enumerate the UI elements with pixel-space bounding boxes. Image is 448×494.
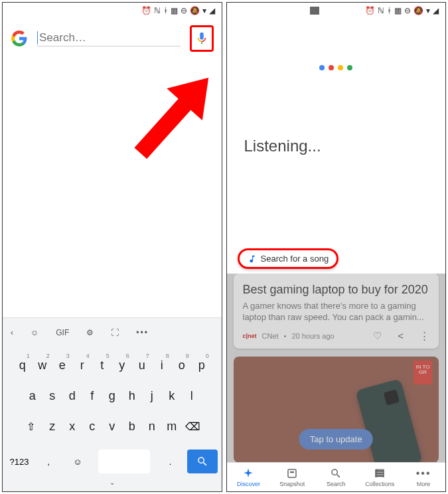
space-key[interactable]: [98, 450, 150, 473]
key-g[interactable]: g: [102, 382, 122, 410]
key-a[interactable]: a: [23, 382, 42, 410]
heart-icon[interactable]: ♡: [373, 330, 382, 342]
key-c[interactable]: c: [82, 412, 102, 440]
gif-button[interactable]: GIF: [56, 328, 69, 337]
snapshot-icon: [286, 467, 298, 479]
dnd-icon: ⊖: [181, 6, 187, 15]
key-r[interactable]: r4: [72, 351, 92, 379]
tap-to-update-pill[interactable]: Tap to update: [299, 429, 373, 450]
key-j[interactable]: j: [142, 382, 162, 410]
alarm-icon: ⏰: [365, 6, 375, 15]
sticker-icon[interactable]: ☺: [31, 328, 38, 337]
key-i[interactable]: i8: [152, 351, 172, 379]
backspace-key[interactable]: ⌫: [182, 412, 204, 440]
search-key[interactable]: [187, 450, 218, 473]
search-icon: [196, 455, 208, 467]
key-p[interactable]: p0: [192, 351, 212, 379]
nav-label: Snapshot: [279, 481, 305, 487]
wifi-icon: ▾: [202, 6, 206, 15]
wifi-icon: ▾: [426, 6, 430, 15]
music-note-icon: [248, 254, 257, 264]
share-icon[interactable]: <: [398, 330, 404, 342]
svg-marker-0: [123, 62, 222, 169]
feed-card[interactable]: Best gaming laptop to buy for 2020 A gam…: [234, 274, 439, 349]
more-icon[interactable]: •••: [136, 328, 149, 337]
more-vert-icon[interactable]: ⋮: [419, 330, 429, 342]
search-for-song-chip[interactable]: Search for a song: [238, 248, 339, 269]
card-source: CNet: [262, 332, 279, 340]
card-time: 20 hours ago: [291, 332, 334, 340]
period-key[interactable]: .: [158, 450, 183, 473]
key-s[interactable]: s: [42, 382, 62, 410]
spark-icon: [242, 467, 254, 479]
mute-icon: 🔕: [413, 6, 423, 15]
nav-more[interactable]: ••• More: [402, 463, 445, 491]
numeric-key[interactable]: ?123: [7, 450, 32, 473]
comma-key[interactable]: ,: [36, 450, 61, 473]
key-o[interactable]: o9: [172, 351, 192, 379]
screenshot-notification-icon: [310, 7, 319, 15]
onscreen-keyboard: ‹ ☺ GIF ⚙ ⛶ ••• q1w2e3r4t5y6u7i8o9p0asdf…: [3, 317, 222, 491]
signal-icon: ◢: [209, 6, 215, 15]
key-u[interactable]: u7: [132, 351, 152, 379]
more-dots-icon: •••: [416, 467, 431, 479]
key-y[interactable]: y6: [112, 351, 132, 379]
signal-icon: ◢: [433, 6, 439, 15]
bottom-nav: Discover Snapshot Search Collections •••…: [227, 462, 446, 491]
card-body: A gamer knows that there's more to a gam…: [243, 301, 430, 323]
nav-collections[interactable]: Collections: [358, 463, 402, 491]
nfc-icon: ℕ: [154, 6, 161, 15]
key-l[interactable]: l: [182, 382, 202, 410]
screenshot-icon: ▦: [171, 6, 178, 15]
status-bar: ⏰ ℕ ᚼ ▦ ⊖ 🔕 ▾ ◢: [227, 3, 446, 19]
search-icon: [330, 467, 342, 479]
key-m[interactable]: m: [162, 412, 182, 440]
gear-icon[interactable]: ⚙: [86, 328, 94, 337]
keyboard-toolbar: ‹ ☺ GIF ⚙ ⛶ •••: [3, 318, 222, 347]
key-q[interactable]: q1: [13, 351, 33, 379]
nav-label: Search: [327, 481, 346, 487]
listening-status: Listening...: [227, 137, 446, 155]
svg-rect-2: [288, 469, 296, 477]
card-title: Best gaming laptop to buy for 2020: [243, 283, 430, 297]
key-z[interactable]: z: [42, 412, 62, 440]
song-chip-label: Search for a song: [261, 254, 329, 264]
shift-key[interactable]: ⇧: [20, 412, 42, 440]
key-k[interactable]: k: [162, 382, 182, 410]
key-b[interactable]: b: [122, 412, 142, 440]
key-d[interactable]: d: [62, 382, 82, 410]
key-w[interactable]: w2: [33, 351, 52, 379]
key-n[interactable]: n: [142, 412, 162, 440]
key-h[interactable]: h: [122, 382, 142, 410]
translate-icon[interactable]: ⛶: [111, 328, 119, 337]
nav-snapshot[interactable]: Snapshot: [270, 463, 314, 491]
key-t[interactable]: t5: [92, 351, 112, 379]
nav-label: Discover: [237, 481, 260, 487]
phone-left-google-search: ⏰ ℕ ᚼ ▦ ⊖ 🔕 ▾ ◢: [2, 2, 222, 492]
chevron-left-icon[interactable]: ‹: [11, 328, 13, 337]
phone-right-listening: ⏰ ℕ ᚼ ▦ ⊖ 🔕 ▾ ◢ Listening... Search for …: [226, 2, 447, 492]
key-v[interactable]: v: [102, 412, 122, 440]
phone-image-placeholder: [355, 378, 422, 462]
key-f[interactable]: f: [82, 382, 102, 410]
alarm-icon: ⏰: [141, 6, 151, 15]
mute-icon: 🔕: [190, 6, 200, 15]
search-input[interactable]: [37, 31, 181, 44]
screenshot-icon: ▦: [394, 6, 402, 15]
key-e[interactable]: e3: [52, 351, 72, 379]
emoji-key[interactable]: ☺: [65, 450, 90, 473]
key-x[interactable]: x: [62, 412, 82, 440]
status-bar: ⏰ ℕ ᚼ ▦ ⊖ 🔕 ▾ ◢: [3, 3, 222, 19]
discover-feed: Best gaming laptop to buy for 2020 A gam…: [227, 274, 446, 462]
nfc-icon: ℕ: [378, 6, 384, 15]
collections-icon: [374, 467, 386, 479]
keyboard-collapse-icon[interactable]: ⌄: [3, 476, 222, 491]
nav-discover[interactable]: Discover: [227, 463, 271, 491]
voice-search-button[interactable]: [190, 25, 214, 52]
source-logo-icon: c|net: [243, 333, 257, 339]
nav-search[interactable]: Search: [314, 463, 358, 491]
google-g-logo-icon: [11, 30, 28, 47]
google-dots-icon: [227, 65, 446, 70]
feed-card-image[interactable]: IN TO GR Tap to update: [234, 357, 439, 462]
nav-label: More: [417, 481, 431, 487]
